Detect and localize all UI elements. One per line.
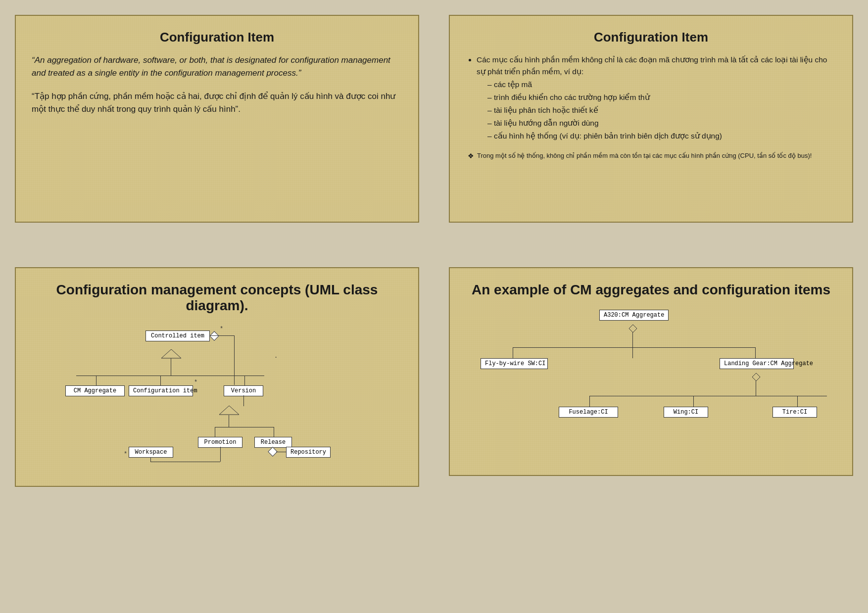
uml-vline-promo-r xyxy=(274,427,274,437)
uml-vline-ver-tri xyxy=(243,395,244,406)
uml-hline-ws xyxy=(150,462,220,462)
uml-workspace: Workspace xyxy=(129,447,173,458)
uml-diagram-19: Controlled item * . xyxy=(32,321,402,474)
note-icon: ❖ xyxy=(468,151,474,162)
uml-release: Release xyxy=(254,437,292,448)
uml-diamond-a320 xyxy=(629,325,637,332)
slide-18-item-5: cấu hình hệ thống (ví dụ: phiên bản trìn… xyxy=(487,130,836,142)
uml-hline-fwt xyxy=(589,396,827,396)
uml-vline-wing xyxy=(693,396,694,407)
svg-marker-2 xyxy=(629,325,637,332)
slide-17-title: Configuration Item xyxy=(32,30,402,45)
slide-18-note: ❖ Trong một số hệ thống, không chỉ phần … xyxy=(466,151,836,162)
uml-hline-children xyxy=(513,347,755,348)
uml-controlled-item: Controlled item xyxy=(145,330,210,341)
slide-19: Configuration management concepts (UML c… xyxy=(15,267,419,487)
uml-vline-3 xyxy=(160,376,161,385)
uml-asterisk-1: * xyxy=(220,326,223,332)
uml-vline-1 xyxy=(171,358,171,376)
uml-promotion: Promotion xyxy=(198,437,242,448)
uml-wing: Wing:CI xyxy=(664,407,708,418)
slide-18-item-3: tài liệu phân tích hoặc thiết kế xyxy=(487,104,836,116)
slide-grid: Configuration Item “An aggregation of ha… xyxy=(15,15,853,512)
uml-vline-promo-l xyxy=(215,427,215,437)
slide-20-wrapper: An example of CM aggregates and configur… xyxy=(449,267,853,487)
uml-vline-fuse xyxy=(589,396,590,407)
svg-marker-3 xyxy=(752,373,760,381)
svg-marker-1 xyxy=(219,406,239,415)
uml-fuselage: Fuselage:CI xyxy=(559,407,618,418)
uml-vline-4 xyxy=(244,376,245,385)
uml-tire: Tire:CI xyxy=(772,407,817,418)
slide-19-title: Configuration management concepts (UML c… xyxy=(32,282,402,314)
slide-18-title: Configuration Item xyxy=(466,30,836,45)
slide-18-intro: Các mục cấu hình phần mềm không chỉ là c… xyxy=(477,54,836,142)
uml-repository: Repository xyxy=(286,447,331,458)
uml-vline-a320 xyxy=(632,332,633,347)
slide-17-quote-en: “An aggregation of hardware, software, o… xyxy=(32,54,402,79)
uml-cm-aggregate: CM Aggregate xyxy=(65,385,125,396)
slide-18-item-2: trình điều khiển cho các trường hợp kiểm… xyxy=(487,92,836,103)
uml-diagram-20: A320:CM Aggregate Fly-by-wire SW:CI Land… xyxy=(466,305,836,463)
uml-a320: A320:CM Aggregate xyxy=(599,310,669,321)
uml-diamond-1 xyxy=(209,331,219,341)
uml-vline-landing xyxy=(755,347,756,358)
slide-18-item-1: các tệp mã xyxy=(487,79,836,91)
uml-fly-by-wire: Fly-by-wire SW:CI xyxy=(481,358,548,369)
uml-landing-gear: Landing Gear:CM Aggregate xyxy=(720,358,794,369)
slide-17-quote-vi: “Tập hợp phần cứng, phần mềm hoặc cả hai… xyxy=(32,90,402,116)
uml-hline-ctrl-right xyxy=(210,335,235,336)
uml-vline-ctrl-right xyxy=(234,335,235,385)
uml-version: Version xyxy=(224,385,263,396)
uml-vline-fly xyxy=(513,347,513,358)
uml-vline-mid xyxy=(632,347,633,358)
uml-asterisk-ws: * xyxy=(124,451,127,458)
slide-18-wrapper: Configuration Item Các mục cấu hình phần… xyxy=(449,15,853,223)
uml-vline-tri-down xyxy=(229,415,229,427)
svg-marker-0 xyxy=(161,349,181,358)
uml-vline-tire xyxy=(797,396,798,407)
slide-20: An example of CM aggregates and configur… xyxy=(449,267,853,476)
uml-config-item: Configuration item xyxy=(129,385,193,396)
slide-18-item-4: tài liệu hướng dẫn người dùng xyxy=(487,117,836,129)
slide-18: Configuration Item Các mục cấu hình phần… xyxy=(449,15,853,223)
slide-17-wrapper: Configuration Item “An aggregation of ha… xyxy=(15,15,419,223)
uml-hline-repo xyxy=(276,452,286,452)
uml-dot-1: . xyxy=(274,353,278,360)
uml-triangle-svg-2 xyxy=(219,406,239,416)
slide-17: Configuration Item “An aggregation of ha… xyxy=(15,15,419,223)
uml-vline-landing-2 xyxy=(756,381,756,396)
slide-18-content: Các mục cấu hình phần mềm không chỉ là c… xyxy=(466,54,836,162)
uml-triangle-svg xyxy=(161,349,181,359)
slide-18-sublist: các tệp mã trình điều khiển cho các trườ… xyxy=(487,79,836,142)
uml-hline-1 xyxy=(76,376,264,376)
uml-hline-promo xyxy=(215,427,274,427)
uml-vline-2 xyxy=(96,376,96,385)
uml-diamond-landing xyxy=(752,373,760,381)
uml-asterisk-2: * xyxy=(194,379,197,386)
slide-19-wrapper: Configuration management concepts (UML c… xyxy=(15,267,419,487)
uml-vline-ws xyxy=(220,447,221,462)
slide-20-title: An example of CM aggregates and configur… xyxy=(466,282,836,298)
